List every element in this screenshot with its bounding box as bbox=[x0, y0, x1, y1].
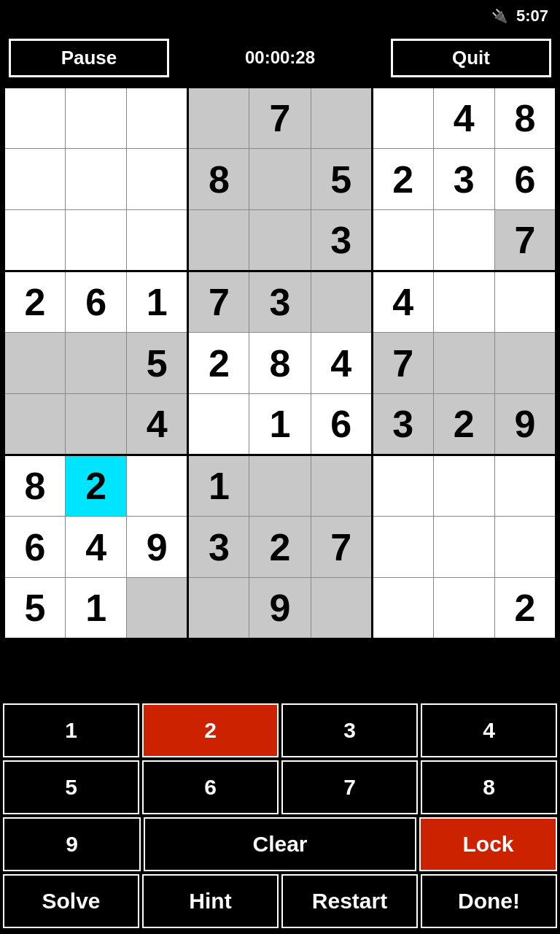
cell-6-6[interactable] bbox=[372, 455, 433, 517]
cell-5-3[interactable] bbox=[188, 394, 249, 455]
cell-6-3[interactable]: 1 bbox=[188, 455, 249, 517]
cell-7-3[interactable]: 3 bbox=[188, 517, 249, 578]
cell-2-7[interactable] bbox=[433, 210, 494, 271]
cell-2-6[interactable] bbox=[372, 210, 433, 271]
cell-3-0[interactable]: 2 bbox=[4, 271, 66, 333]
cell-7-7[interactable] bbox=[433, 517, 494, 578]
cell-6-0[interactable]: 8 bbox=[4, 455, 66, 517]
cell-3-1[interactable]: 6 bbox=[66, 271, 127, 333]
cell-2-5[interactable]: 3 bbox=[311, 210, 372, 271]
cell-6-5[interactable] bbox=[311, 455, 372, 517]
cell-5-7[interactable]: 2 bbox=[433, 394, 494, 455]
cell-4-1[interactable] bbox=[66, 333, 127, 394]
cell-7-0[interactable]: 6 bbox=[4, 517, 66, 578]
cell-6-4[interactable] bbox=[249, 455, 311, 517]
cell-4-6[interactable]: 7 bbox=[372, 333, 433, 394]
cell-0-2[interactable] bbox=[127, 88, 188, 149]
num-btn-2[interactable]: 2 bbox=[142, 703, 279, 757]
table-row: 37 bbox=[4, 210, 556, 271]
cell-1-2[interactable] bbox=[127, 149, 188, 210]
cell-3-2[interactable]: 1 bbox=[127, 271, 188, 333]
quit-button[interactable]: Quit bbox=[391, 39, 551, 77]
num-btn-7[interactable]: 7 bbox=[281, 760, 418, 814]
cell-8-1[interactable]: 1 bbox=[66, 578, 127, 639]
cell-5-0[interactable] bbox=[4, 394, 66, 455]
cell-4-2[interactable]: 5 bbox=[127, 333, 188, 394]
cell-8-6[interactable] bbox=[372, 578, 433, 639]
cell-7-8[interactable] bbox=[494, 517, 556, 578]
cell-8-0[interactable]: 5 bbox=[4, 578, 66, 639]
hint-button[interactable]: Hint bbox=[142, 874, 279, 928]
cell-8-7[interactable] bbox=[433, 578, 494, 639]
cell-4-3[interactable]: 2 bbox=[188, 333, 249, 394]
cell-6-8[interactable] bbox=[494, 455, 556, 517]
cell-5-5[interactable]: 6 bbox=[311, 394, 372, 455]
cell-4-0[interactable] bbox=[4, 333, 66, 394]
cell-6-1[interactable]: 2 bbox=[66, 455, 127, 517]
cell-8-4[interactable]: 9 bbox=[249, 578, 311, 639]
cell-3-3[interactable]: 7 bbox=[188, 271, 249, 333]
cell-2-8[interactable]: 7 bbox=[494, 210, 556, 271]
cell-2-4[interactable] bbox=[249, 210, 311, 271]
num-btn-9[interactable]: 9 bbox=[3, 817, 141, 871]
cell-7-5[interactable]: 7 bbox=[311, 517, 372, 578]
cell-1-1[interactable] bbox=[66, 149, 127, 210]
cell-3-5[interactable] bbox=[311, 271, 372, 333]
cell-2-2[interactable] bbox=[127, 210, 188, 271]
cell-5-2[interactable]: 4 bbox=[127, 394, 188, 455]
cell-1-5[interactable]: 5 bbox=[311, 149, 372, 210]
cell-7-2[interactable]: 9 bbox=[127, 517, 188, 578]
cell-8-2[interactable] bbox=[127, 578, 188, 639]
cell-1-7[interactable]: 3 bbox=[433, 149, 494, 210]
sudoku-table: 7488523637261734528474163298216493275192 bbox=[3, 86, 557, 640]
num-btn-6[interactable]: 6 bbox=[142, 760, 279, 814]
cell-3-6[interactable]: 4 bbox=[372, 271, 433, 333]
cell-1-6[interactable]: 2 bbox=[372, 149, 433, 210]
cell-8-3[interactable] bbox=[188, 578, 249, 639]
cell-0-3[interactable] bbox=[188, 88, 249, 149]
cell-1-0[interactable] bbox=[4, 149, 66, 210]
cell-7-6[interactable] bbox=[372, 517, 433, 578]
pause-button[interactable]: Pause bbox=[9, 39, 169, 77]
clear-button[interactable]: Clear bbox=[144, 817, 416, 871]
num-btn-8[interactable]: 8 bbox=[421, 760, 557, 814]
cell-6-2[interactable] bbox=[127, 455, 188, 517]
cell-0-0[interactable] bbox=[4, 88, 66, 149]
cell-0-5[interactable] bbox=[311, 88, 372, 149]
cell-2-0[interactable] bbox=[4, 210, 66, 271]
done-button[interactable]: Done! bbox=[421, 874, 557, 928]
cell-5-6[interactable]: 3 bbox=[372, 394, 433, 455]
lock-button[interactable]: Lock bbox=[419, 817, 557, 871]
cell-5-4[interactable]: 1 bbox=[249, 394, 311, 455]
cell-5-1[interactable] bbox=[66, 394, 127, 455]
cell-0-7[interactable]: 4 bbox=[433, 88, 494, 149]
cell-4-7[interactable] bbox=[433, 333, 494, 394]
cell-5-8[interactable]: 9 bbox=[494, 394, 556, 455]
cell-2-3[interactable] bbox=[188, 210, 249, 271]
cell-3-4[interactable]: 3 bbox=[249, 271, 311, 333]
num-btn-1[interactable]: 1 bbox=[3, 703, 139, 757]
cell-7-1[interactable]: 4 bbox=[66, 517, 127, 578]
cell-3-8[interactable] bbox=[494, 271, 556, 333]
solve-button[interactable]: Solve bbox=[3, 874, 139, 928]
cell-1-4[interactable] bbox=[249, 149, 311, 210]
cell-3-7[interactable] bbox=[433, 271, 494, 333]
cell-8-5[interactable] bbox=[311, 578, 372, 639]
cell-1-8[interactable]: 6 bbox=[494, 149, 556, 210]
cell-0-4[interactable]: 7 bbox=[249, 88, 311, 149]
cell-4-8[interactable] bbox=[494, 333, 556, 394]
restart-button[interactable]: Restart bbox=[281, 874, 418, 928]
cell-1-3[interactable]: 8 bbox=[188, 149, 249, 210]
cell-0-8[interactable]: 8 bbox=[494, 88, 556, 149]
num-btn-5[interactable]: 5 bbox=[3, 760, 139, 814]
cell-4-4[interactable]: 8 bbox=[249, 333, 311, 394]
cell-8-8[interactable]: 2 bbox=[494, 578, 556, 639]
num-btn-3[interactable]: 3 bbox=[281, 703, 418, 757]
num-btn-4[interactable]: 4 bbox=[421, 703, 557, 757]
cell-2-1[interactable] bbox=[66, 210, 127, 271]
cell-6-7[interactable] bbox=[433, 455, 494, 517]
cell-0-6[interactable] bbox=[372, 88, 433, 149]
cell-0-1[interactable] bbox=[66, 88, 127, 149]
cell-7-4[interactable]: 2 bbox=[249, 517, 311, 578]
cell-4-5[interactable]: 4 bbox=[311, 333, 372, 394]
